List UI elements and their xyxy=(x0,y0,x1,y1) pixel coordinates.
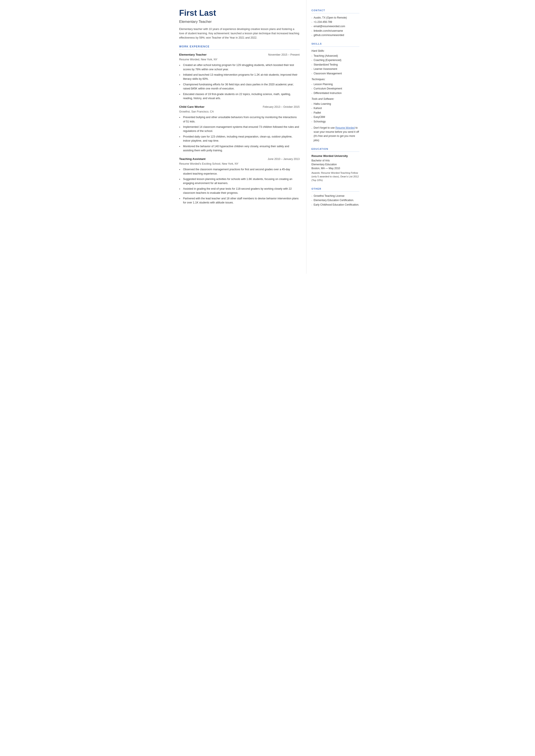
job-header-0: Elementary Teacher November 2015 – Prese… xyxy=(179,53,300,57)
edu-location-date: Boston, MA — May 2010 xyxy=(312,166,359,170)
contact-heading: CONTACT xyxy=(312,9,359,14)
skills-section: SKILLS Hard Skills: Teaching (Advanced) … xyxy=(312,42,359,142)
contact-item-2: email@resumeworded.com xyxy=(312,24,359,28)
hard-skill-4: Classroom Management xyxy=(312,71,359,76)
techniques-list: Lesson Planning Curriculum Development D… xyxy=(312,82,359,95)
contact-item-0: Austin, TX (Open to Remote) xyxy=(312,15,359,20)
tools-list: Haiku Learning Kahoot Padlet EasyCBM Sch… xyxy=(312,102,359,124)
job-company-1: Growthsi, San Francisco, CA xyxy=(179,110,300,114)
job-company-2: Resume Worded's Exciting School, New Yor… xyxy=(179,162,300,166)
job-title-2: Teaching Assistant xyxy=(179,157,206,161)
promo-before: Don't forget to use xyxy=(314,126,335,129)
job-header-2: Teaching Assistant June 2010 – January 2… xyxy=(179,157,300,161)
bullet-1-1: Implemented 14 classroom management syst… xyxy=(179,125,300,133)
education-heading: EDUCATION xyxy=(312,147,359,152)
job-dates-0: November 2015 – Present xyxy=(268,53,300,57)
hard-skill-0: Teaching (Advanced) xyxy=(312,54,359,58)
edu-field: Elementary Education xyxy=(312,162,359,166)
hard-skill-3: Learner Assessment xyxy=(312,67,359,71)
contact-list: Austin, TX (Open to Remote) +1-234-456-7… xyxy=(312,15,359,38)
promo-link[interactable]: Resume Worded xyxy=(335,126,355,129)
edu-degree: Bachelor of Arts xyxy=(312,159,359,162)
hard-skills-label: Hard Skills: xyxy=(312,49,359,53)
bullet-0-0: Created an after-school tutoring program… xyxy=(179,63,300,71)
hard-skill-2: Standardized Testing xyxy=(312,63,359,67)
hard-skills-list: Teaching (Advanced) Coaching (Experience… xyxy=(312,54,359,76)
tools-label: Tools and Software: xyxy=(312,97,359,101)
left-column: First Last Elementary Teacher Elementary… xyxy=(171,0,306,274)
education-section: EDUCATION Resume Worded University Bache… xyxy=(312,147,359,182)
promo-text: Don't forget to use Resume Worded to sca… xyxy=(312,126,359,142)
job-block-1: Child Care Worker February 2013 – Octobe… xyxy=(179,105,300,153)
hard-skill-1: Coaching (Experienced) xyxy=(312,58,359,62)
resume-page: First Last Elementary Teacher Elementary… xyxy=(171,0,365,274)
bullet-0-2: Championed fundraising efforts for 36 fi… xyxy=(179,83,300,91)
job-bullets-0: Created an after-school tutoring program… xyxy=(179,63,300,100)
technique-1: Curriculum Development xyxy=(312,86,359,91)
work-experience-heading: WORK EXPERIENCE xyxy=(179,44,300,49)
candidate-name: First Last xyxy=(179,9,300,18)
job-dates-1: February 2013 – October 2015 xyxy=(263,105,300,109)
job-header-1: Child Care Worker February 2013 – Octobe… xyxy=(179,105,300,109)
bullet-2-2: Assisted in grading the end-of-year test… xyxy=(179,187,300,195)
job-title-0: Elementary Teacher xyxy=(179,53,207,57)
technique-0: Lesson Planning xyxy=(312,82,359,86)
contact-item-4: github.com/resumeworded xyxy=(312,33,359,37)
other-section: OTHER Growthsi Teaching License Elementa… xyxy=(312,187,359,207)
bullet-2-0: Observed the classroom management practi… xyxy=(179,167,300,176)
job-block-2: Teaching Assistant June 2010 – January 2… xyxy=(179,157,300,205)
tool-4: Schoology xyxy=(312,119,359,124)
tool-2: Padlet xyxy=(312,111,359,115)
bullet-1-3: Monitored the behavior of 140 hyperactiv… xyxy=(179,144,300,153)
techniques-label: Techniques: xyxy=(312,77,359,81)
technique-2: Differentiated Instruction xyxy=(312,91,359,95)
other-item-2: Early Childhood Education Certification. xyxy=(312,203,359,207)
job-company-0: Resume Worded, New York, NY xyxy=(179,58,300,62)
tool-3: EasyCBM xyxy=(312,115,359,119)
bullet-2-1: Suggested lesson planning activities for… xyxy=(179,177,300,185)
candidate-summary: Elementary teacher with 10 years of expe… xyxy=(179,27,300,40)
contact-item-1: +1-234-456-789 xyxy=(312,20,359,24)
right-column: CONTACT Austin, TX (Open to Remote) +1-2… xyxy=(306,0,365,274)
other-item-0: Growthsi Teaching License xyxy=(312,194,359,198)
bullet-0-1: Initiated and launched 13 reading interv… xyxy=(179,73,300,81)
bullet-1-0: Prevented bullying and other unsuitable … xyxy=(179,115,300,124)
tool-1: Kahoot xyxy=(312,106,359,110)
bullet-1-2: Provided daily care for 123 children, in… xyxy=(179,135,300,143)
other-item-1: Elementary Education Certification. xyxy=(312,198,359,202)
contact-section: CONTACT Austin, TX (Open to Remote) +1-2… xyxy=(312,9,359,37)
other-list: Growthsi Teaching License Elementary Edu… xyxy=(312,194,359,207)
tool-0: Haiku Learning xyxy=(312,102,359,106)
other-heading: OTHER xyxy=(312,187,359,192)
edu-awards: Awards: Resume Worded Teaching Fellow (o… xyxy=(312,171,359,182)
contact-item-3: linkedin.com/in/username xyxy=(312,29,359,33)
job-title-1: Child Care Worker xyxy=(179,105,205,109)
skills-heading: SKILLS xyxy=(312,42,359,47)
job-block-0: Elementary Teacher November 2015 – Prese… xyxy=(179,53,300,100)
job-bullets-2: Observed the classroom management practi… xyxy=(179,167,300,205)
candidate-title: Elementary Teacher xyxy=(179,19,300,25)
job-dates-2: June 2010 – January 2013 xyxy=(268,157,299,161)
bullet-0-3: Educated classes of 19 first-grade stude… xyxy=(179,92,300,101)
bullet-2-3: Partnered with the lead teacher and 18 o… xyxy=(179,197,300,205)
job-bullets-1: Prevented bullying and other unsuitable … xyxy=(179,115,300,153)
edu-school: Resume Worded University xyxy=(312,154,359,158)
